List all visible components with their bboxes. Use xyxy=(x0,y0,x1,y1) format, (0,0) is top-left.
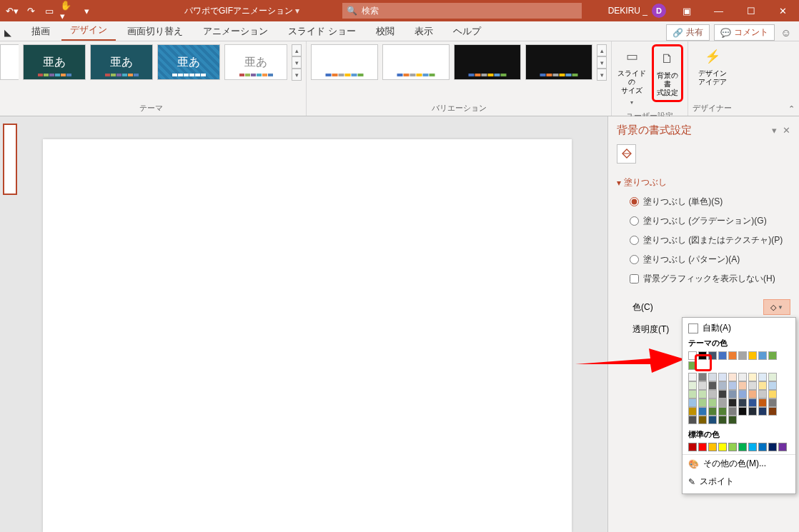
fill-picture-radio[interactable]: 塗りつぶし (図またはテクスチャ)(P) xyxy=(630,234,790,246)
pane-options[interactable]: ▾ xyxy=(772,125,777,136)
qat-customize[interactable]: ▾ xyxy=(79,3,94,19)
color-swatch[interactable] xyxy=(738,407,747,416)
gallery-more[interactable]: ▾ xyxy=(292,69,302,81)
color-swatch[interactable] xyxy=(738,373,747,381)
color-swatch[interactable] xyxy=(758,381,767,390)
slide-size-button[interactable]: ▭ スライドの サイズ ▾ xyxy=(616,44,647,110)
color-swatch[interactable] xyxy=(738,443,747,451)
theme-option[interactable]: 亜あ xyxy=(224,44,287,80)
color-swatch[interactable] xyxy=(698,381,707,390)
gallery-down[interactable]: ▾ xyxy=(292,56,302,69)
color-swatch[interactable] xyxy=(728,443,737,451)
color-swatch[interactable] xyxy=(748,390,757,398)
color-swatch[interactable] xyxy=(718,390,727,398)
gallery-more[interactable]: ▾ xyxy=(597,69,607,81)
color-swatch[interactable] xyxy=(728,381,737,390)
theme-option[interactable]: 亜あ xyxy=(23,44,86,80)
fill-pattern-radio[interactable]: 塗りつぶし (パターン)(A) xyxy=(630,254,790,266)
color-swatch[interactable] xyxy=(768,351,777,360)
color-swatch[interactable] xyxy=(758,373,767,381)
color-swatch[interactable] xyxy=(738,398,747,407)
color-swatch[interactable] xyxy=(718,373,727,381)
color-swatch[interactable] xyxy=(728,398,737,407)
color-swatch[interactable] xyxy=(708,416,717,424)
color-swatch[interactable] xyxy=(718,351,727,360)
color-swatch[interactable] xyxy=(708,381,717,390)
tab-review[interactable]: 校閲 xyxy=(367,22,403,41)
ribbon-display-options[interactable]: ▣ xyxy=(670,0,703,21)
color-swatch[interactable] xyxy=(698,398,707,407)
color-swatch[interactable] xyxy=(708,373,717,381)
share-button[interactable]: 🔗 共有 xyxy=(666,24,710,41)
color-swatch[interactable] xyxy=(718,443,727,451)
color-swatch[interactable] xyxy=(718,381,727,390)
tab-transitions[interactable]: 画面切り替え xyxy=(119,22,192,41)
color-swatch[interactable] xyxy=(718,398,727,407)
color-swatch[interactable] xyxy=(758,351,767,360)
tab-help[interactable]: ヘルプ xyxy=(445,22,490,41)
eyedropper-link[interactable]: ✎ スポイト xyxy=(683,473,795,491)
collapse-ribbon[interactable]: ⌃ xyxy=(788,104,795,114)
undo-button[interactable]: ↶▾ xyxy=(4,3,20,19)
color-swatch[interactable] xyxy=(768,443,777,451)
color-swatch[interactable] xyxy=(748,373,757,381)
color-swatch[interactable] xyxy=(718,407,727,416)
color-swatch[interactable] xyxy=(708,407,717,416)
maximize-button[interactable]: ☐ xyxy=(735,0,767,21)
document-title[interactable]: パワポでGIFアニメーション ▾ xyxy=(184,5,299,17)
color-swatch[interactable] xyxy=(688,390,697,398)
search-box[interactable]: 🔍 検索 xyxy=(342,3,582,19)
color-swatch[interactable] xyxy=(728,407,737,416)
color-swatch[interactable] xyxy=(698,351,707,360)
color-swatch[interactable] xyxy=(768,407,777,416)
gallery-up[interactable]: ▴ xyxy=(597,44,607,56)
color-dropdown[interactable]: ◇ ▼ xyxy=(763,299,790,315)
color-swatch[interactable] xyxy=(708,390,717,398)
fill-gradient-radio[interactable]: 塗りつぶし (グラデーション)(G) xyxy=(630,215,790,227)
fill-tab[interactable] xyxy=(617,144,636,164)
gallery-up[interactable]: ▴ xyxy=(292,44,302,56)
tab-animations[interactable]: アニメーション xyxy=(194,22,277,41)
variation-option[interactable] xyxy=(525,44,592,80)
slide-thumbnail-1[interactable] xyxy=(3,124,17,195)
tab-file-edge[interactable]: ◣ xyxy=(3,24,20,41)
color-swatch[interactable] xyxy=(688,407,697,416)
more-colors-link[interactable]: 🎨 その他の色(M)... xyxy=(683,454,795,473)
color-swatch[interactable] xyxy=(768,390,777,398)
color-swatch[interactable] xyxy=(688,398,697,407)
color-swatch[interactable] xyxy=(728,373,737,381)
color-swatch[interactable] xyxy=(688,381,697,390)
color-swatch[interactable] xyxy=(698,373,707,381)
color-swatch[interactable] xyxy=(768,398,777,407)
color-swatch[interactable] xyxy=(698,390,707,398)
color-swatch[interactable] xyxy=(718,416,727,424)
feedback-button[interactable]: ☺ xyxy=(779,26,793,40)
color-swatch[interactable] xyxy=(688,443,697,451)
theme-option[interactable]: 亜あ xyxy=(157,44,220,80)
redo-button[interactable]: ↷ xyxy=(23,3,39,19)
close-button[interactable]: ✕ xyxy=(767,0,799,21)
color-swatch[interactable] xyxy=(688,361,697,370)
comments-button[interactable]: 💬 コメント xyxy=(714,24,775,41)
color-swatch[interactable] xyxy=(748,351,757,360)
variation-option[interactable] xyxy=(454,44,521,80)
touch-mode-button[interactable]: ✋▾ xyxy=(60,3,76,19)
fill-solid-radio[interactable]: 塗りつぶし (単色)(S) xyxy=(630,196,790,208)
tab-draw[interactable]: 描画 xyxy=(23,22,59,41)
color-swatch[interactable] xyxy=(768,373,777,381)
color-swatch[interactable] xyxy=(748,398,757,407)
account-area[interactable]: DEKIRU _ D xyxy=(608,4,670,18)
color-swatch[interactable] xyxy=(728,416,737,424)
pane-close[interactable]: ✕ xyxy=(783,125,790,136)
color-swatch[interactable] xyxy=(758,390,767,398)
color-swatch[interactable] xyxy=(758,398,767,407)
color-swatch[interactable] xyxy=(758,407,767,416)
variation-option[interactable] xyxy=(382,44,450,80)
design-ideas-button[interactable]: ⚡ デザイン アイデア xyxy=(697,44,728,89)
theme-option[interactable]: 亜あ xyxy=(90,44,153,80)
color-swatch[interactable] xyxy=(698,416,707,424)
minimize-button[interactable]: — xyxy=(703,0,735,21)
color-swatch[interactable] xyxy=(688,373,697,381)
gallery-down[interactable]: ▾ xyxy=(597,56,607,69)
fill-section-header[interactable]: ▾ 塗りつぶし xyxy=(617,176,790,189)
